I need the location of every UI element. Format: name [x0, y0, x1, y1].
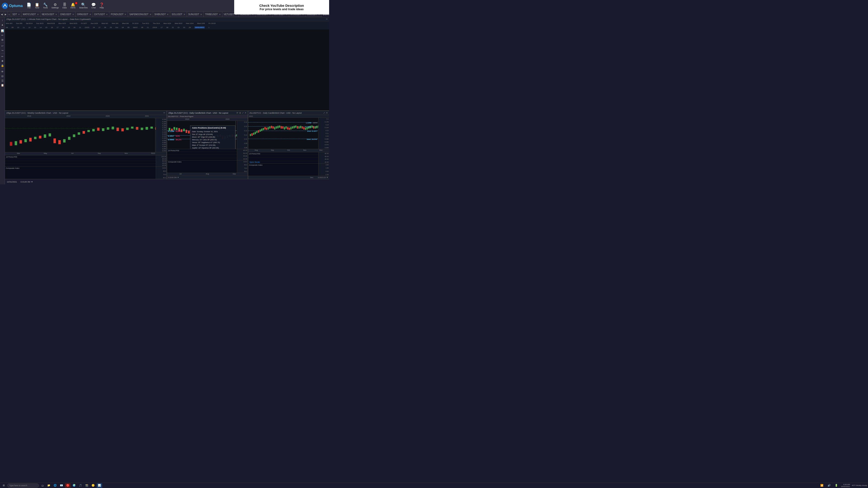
right-date-end: Dec	[310, 176, 313, 178]
bm-close[interactable]: ✕	[245, 111, 246, 114]
svg-rect-140	[92, 129, 95, 131]
lt-lock[interactable]: 🔒	[0, 64, 4, 68]
middle-rsi-label: 14 Period RSI	[168, 150, 179, 152]
lt-undo[interactable]: ↩	[0, 44, 4, 48]
top-chart: Ziliga ZIL/USDT (CC) - 1 Minute Point An…	[5, 17, 329, 111]
app-logo[interactable]: Optuma	[2, 3, 23, 9]
toolbar-settings[interactable]: ⚙ Settings	[50, 2, 60, 9]
svg-rect-227	[289, 128, 290, 130]
tab-close-nexousdt[interactable]: ✕	[55, 13, 57, 15]
svg-rect-130	[44, 134, 46, 138]
optex-label: Optex Bands	[250, 161, 260, 163]
tab-close-sdt[interactable]: ✕	[18, 13, 20, 15]
left-toolbar: ↕ ▲ 📊 ✏ ⊞ ↩ ↪ ✏ ✚ 🔒 👁 ⊟ ☰ 📋	[0, 17, 5, 184]
lt-study[interactable]: 📊	[0, 29, 4, 33]
top-chart-titlebar: Ziliga ZIL/USDT (CC) - 1 Minute Point An…	[5, 17, 329, 21]
lt-cursor[interactable]: ↕	[0, 18, 4, 22]
bottom-middle-candles[interactable]: 0.1199 61.8% 0.1017 50% 0.0865 38.2% Ast…	[167, 121, 248, 149]
tab-ornusdt[interactable]: ORNUSDT ✕	[76, 12, 93, 17]
toolbar-alerts[interactable]: 🔔 1 Alerts	[69, 2, 77, 9]
toolbar-searches[interactable]: 🔍 Searches	[78, 2, 89, 9]
tab-close-oneusdt[interactable]: ✕	[72, 13, 74, 15]
svg-rect-169	[188, 131, 190, 133]
bottom-left-composite: Composite Index 110.0 90.0 70.0 50.0	[5, 166, 166, 179]
svg-rect-138	[83, 131, 85, 134]
svg-rect-226	[287, 127, 288, 130]
br-expand[interactable]: ⤢	[323, 111, 325, 114]
tab-close-oxtusdt[interactable]: ✕	[106, 13, 108, 15]
svg-rect-236	[303, 127, 304, 130]
lt-arrow-up[interactable]: ▲	[0, 23, 4, 27]
bm-refresh[interactable]: ⟳	[237, 111, 238, 114]
tab-close-shibusdt[interactable]: ✕	[167, 13, 168, 15]
right-rsi-label: 14 Period RSI	[249, 153, 260, 155]
svg-rect-131	[49, 133, 51, 136]
bottom-left-candles[interactable]: 0.240 0.200 0.180 0.160 0.150 0.140 0.13…	[5, 118, 166, 152]
tab-close-sunusdt[interactable]: ✕	[200, 13, 202, 15]
svg-rect-213	[266, 128, 267, 130]
bottom-middle-titlebar: Ziliga ZIL/USDT (CC) - Daily CandleStick…	[167, 111, 248, 115]
lt-pencil[interactable]: ✏	[0, 55, 4, 59]
svg-rect-126	[24, 139, 27, 142]
svg-rect-216	[271, 126, 272, 128]
tab-close-safemoonusdt[interactable]: ✕	[150, 13, 151, 15]
svg-rect-215	[269, 127, 270, 129]
svg-rect-232	[297, 126, 298, 129]
svg-rect-208	[258, 130, 259, 133]
lt-sep1	[1, 28, 4, 28]
br-close[interactable]: ✕	[326, 111, 328, 114]
svg-rect-168	[186, 130, 187, 133]
lt-draw[interactable]: ✏	[0, 33, 4, 37]
fib-right-end: End: 0.1077	[307, 130, 317, 132]
tab-maticusdt[interactable]: MATICUSDT ✕	[22, 12, 40, 17]
lt-minus[interactable]: ⊟	[0, 74, 4, 78]
svg-rect-133	[58, 140, 61, 144]
toolbar-data[interactable]: 🗄 Data	[61, 2, 68, 9]
tab-pondusdt[interactable]: PONDUSDT ✕	[110, 12, 128, 17]
top-chart-edit[interactable]: ✏	[326, 18, 328, 20]
lt-redo[interactable]: ↪	[0, 48, 4, 53]
tab-sdt[interactable]: SDT ✕	[11, 12, 22, 17]
bottom-left-titlebar: Ziliga ZIL/USDT (CC) - Weekly CandleStic…	[5, 111, 166, 115]
bottom-right-chart: ZILUSDT:CC - Daily CandleStick Chart - U…	[248, 111, 329, 179]
tab-nexousdt[interactable]: NEXOUSDT ✕	[40, 12, 59, 17]
svg-rect-141	[97, 128, 100, 131]
tab-close-solusdt[interactable]: ✕	[184, 13, 185, 15]
lt-list[interactable]: ☰	[0, 78, 4, 83]
svg-rect-217	[272, 127, 274, 129]
middle-month-axis: Jul Aug Sep	[167, 173, 248, 176]
tab-home[interactable]: ⌂	[8, 12, 11, 17]
tab-nav-back[interactable]: ◀	[0, 12, 4, 17]
tab-safemoonusdt[interactable]: SAFEMOONUSDT ✕	[128, 12, 153, 17]
lt-clipboard[interactable]: 📋	[0, 83, 4, 87]
toolbar-file[interactable]: 📄 File	[25, 2, 33, 9]
bottom-right-candles[interactable]: 1.1358 100% 0.1181 61.8% End: 0.1077 Sta…	[248, 118, 329, 149]
tab-close-maticusdt[interactable]: ✕	[37, 13, 39, 15]
tab-shibusdt[interactable]: SHIBUSDT ✕	[153, 12, 170, 17]
tab-tribeusdt[interactable]: TRIBEUSDT ✕	[204, 12, 222, 17]
lt-eye[interactable]: 👁	[0, 70, 4, 74]
svg-rect-205	[253, 133, 254, 135]
tab-oxtusdt[interactable]: OXTUSDT ✕	[93, 12, 110, 17]
tab-close-tribeusdt[interactable]: ✕	[219, 13, 221, 15]
toolbar-tools[interactable]: 🔧 Tools	[41, 2, 49, 9]
main-area: Ziliga ZIL/USDT (CC) - 1 Minute Point An…	[5, 17, 329, 179]
tab-sunusdt[interactable]: SUNUSDT ✕	[187, 12, 204, 17]
toolbar-chat[interactable]: 💬 Chat	[90, 2, 97, 9]
tab-solusdt[interactable]: SOLUSDT ✕	[170, 12, 187, 17]
astro-mars: Mars: 6° Scorpio 57' (210.96)	[192, 144, 233, 147]
tab-oneusdt[interactable]: ONEUSDT ✕	[59, 12, 76, 17]
bottom-left-edit[interactable]: ✏	[163, 111, 165, 114]
lt-grid[interactable]: ⊞	[0, 38, 4, 42]
month-axis: Mar May Jul Sep Nov 2022	[5, 152, 166, 155]
composite-label: Composite Index	[6, 167, 20, 169]
tab-close-ornusdt[interactable]: ✕	[90, 13, 91, 15]
tab-nav-forward[interactable]: ▶	[4, 12, 8, 17]
toolbar-new[interactable]: 📋 New	[33, 2, 41, 9]
svg-rect-150	[141, 128, 143, 130]
bm-expand[interactable]: ⤢	[242, 111, 244, 114]
bm-cursor[interactable]: ⊕	[239, 111, 241, 114]
toolbar-help[interactable]: ❓ Help	[98, 2, 105, 9]
tab-close-pondusdt[interactable]: ✕	[125, 13, 126, 15]
lt-plus[interactable]: ✚	[0, 59, 4, 63]
